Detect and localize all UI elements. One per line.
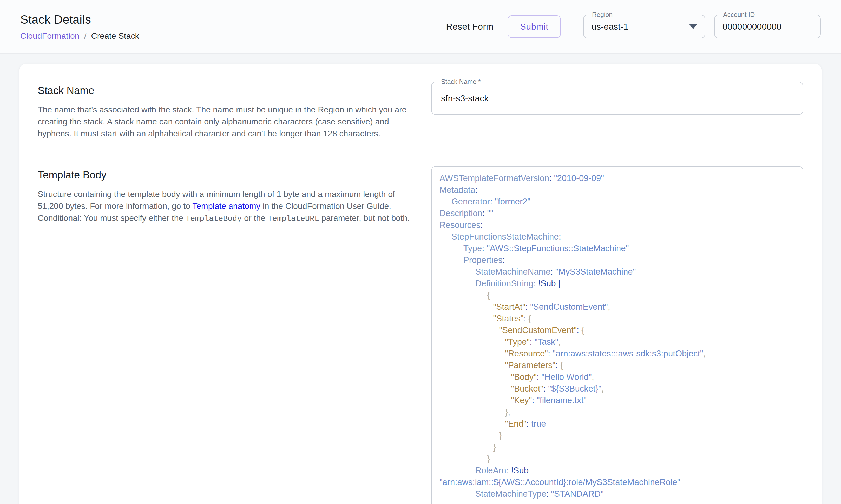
text-segment: Metadata (440, 185, 475, 195)
breadcrumb-separator: / (84, 31, 87, 41)
text-segment: , (602, 384, 604, 393)
text-segment: { (529, 313, 531, 323)
text-segment: "Key" (511, 395, 532, 405)
code-indent (440, 325, 499, 335)
code-indent (440, 302, 493, 311)
header-divider (572, 14, 572, 39)
chevron-down-icon (689, 24, 697, 29)
code-indent (440, 197, 451, 206)
code-line: RoleArn: !Sub (440, 465, 795, 476)
text-segment: } (487, 454, 490, 464)
section-divider (38, 149, 803, 149)
text-segment: Resources (440, 220, 481, 230)
region-value: us-east-1 (591, 21, 628, 32)
text-segment: : (475, 185, 478, 195)
code-indent (440, 337, 505, 346)
code-line: "States": { (440, 312, 795, 324)
text-segment: : (523, 313, 528, 323)
code-line: StepFunctionsStateMachine: (440, 231, 795, 242)
main-content: Stack Name The name that's associated wi… (0, 54, 841, 504)
stack-name-input[interactable]: Stack Name * sfn-s3-stack (431, 82, 803, 115)
text-segment: } (499, 431, 502, 440)
text-segment: , (703, 349, 705, 358)
code-line: Resources: (440, 219, 795, 231)
stack-name-input-label: Stack Name * (439, 78, 483, 86)
code-indent (440, 349, 505, 358)
text-segment: } (493, 442, 496, 452)
code-line: { (440, 289, 795, 301)
stack-name-input-value: sfn-s3-stack (441, 93, 488, 103)
code-indent (440, 360, 505, 370)
text-segment: "Parameters" (505, 360, 555, 370)
code-line: "Type": "Task", (440, 336, 795, 348)
text-segment: "SendCustomEvent" (499, 325, 577, 335)
text-segment: , (558, 337, 560, 346)
code-indent (440, 489, 475, 499)
code-line: "SendCustomEvent": { (440, 324, 795, 336)
text-segment: "2010-09-09" (554, 173, 604, 183)
code-indent (440, 290, 487, 300)
text-segment: : (482, 208, 487, 218)
template-body-heading: Template Body (38, 169, 419, 181)
code-line: "Resource": "arn:aws:states:::aws-sdk:s3… (440, 348, 795, 359)
text-segment: : (482, 244, 486, 253)
header-title-block: Stack Details CloudFormation / Create St… (20, 13, 139, 41)
region-select[interactable]: Region us-east-1 (583, 15, 705, 38)
text-segment: : (546, 489, 551, 499)
text-segment: : (543, 384, 548, 393)
code-indent (440, 466, 475, 475)
template-body-editor[interactable]: AWSTemplateFormatVersion: "2010-09-09"Me… (431, 166, 803, 504)
text-segment: : (481, 220, 483, 230)
code-line: "Bucket": "${S3Bucket}", (440, 383, 795, 394)
text-segment: RoleArn (475, 466, 506, 475)
code-line: } (440, 441, 795, 453)
code-indent (440, 372, 511, 382)
code-indent (440, 407, 505, 417)
region-label: Region (589, 11, 615, 18)
code-line: AWSTemplateFormatVersion: "2010-09-09" (440, 172, 795, 184)
account-id-field[interactable]: Account ID 000000000000 (714, 15, 821, 38)
text-segment: : (533, 278, 538, 288)
text-segment: "MyS3StateMachine" (555, 267, 636, 276)
text-segment: "Type" (505, 337, 530, 346)
text-segment: }, (505, 407, 510, 417)
text-segment: "STANDARD" (551, 489, 604, 499)
code-indent (440, 232, 451, 241)
text-segment: StepFunctionsStateMachine (451, 232, 559, 241)
text-segment: : (526, 419, 531, 428)
breadcrumb-link-cloudformation[interactable]: CloudFormation (20, 31, 79, 41)
code-indent (440, 313, 493, 323)
stack-name-field-column: Stack Name * sfn-s3-stack (431, 82, 803, 115)
text-segment: "Hello World" (541, 372, 591, 382)
text-segment: "arn:aws:states:::aws-sdk:s3:putObject" (553, 349, 703, 358)
code-line: } (440, 453, 795, 465)
code-line: "Body": "Hello World", (440, 371, 795, 383)
code-line: Type: "AWS::StepFunctions::StateMachine" (440, 242, 795, 254)
text-segment: { (581, 325, 584, 335)
code-line: StateMachineName: "MyS3StateMachine" (440, 266, 795, 277)
code-line: Metadata: (440, 184, 795, 196)
code-line: "Key": "filename.txt" (440, 394, 795, 406)
code-line: "arn:aws:iam::${AWS::AccountId}:role/MyS… (440, 476, 795, 488)
text-segment: : (502, 255, 505, 265)
text-segment: TemplateBody (185, 214, 242, 223)
create-stack-card: Stack Name The name that's associated wi… (19, 64, 822, 504)
text-segment: true (531, 419, 546, 428)
text-segment: "Resource" (505, 349, 548, 358)
submit-button[interactable]: Submit (507, 15, 561, 38)
stack-name-description: The name that's associated with the stac… (38, 104, 419, 140)
code-indent (440, 454, 487, 464)
text-segment: Properties (463, 255, 502, 265)
text-segment: : (548, 349, 553, 358)
code-line: "StartAt": "SendCustomEvent", (440, 301, 795, 312)
code-indent (440, 244, 463, 253)
text-segment: : (577, 325, 581, 335)
text-segment: : (490, 197, 495, 206)
reset-form-button[interactable]: Reset Form (446, 21, 494, 32)
text-segment: "${S3Bucket}" (548, 384, 602, 393)
template-anatomy-link[interactable]: Template anatomy (192, 201, 260, 211)
template-body-description: Structure containing the template body w… (38, 188, 419, 225)
header-actions: Reset Form Submit Region us-east-1 Accou… (446, 14, 821, 39)
template-body-section: Template Body Structure containing the t… (38, 166, 803, 504)
text-segment: : (530, 337, 534, 346)
